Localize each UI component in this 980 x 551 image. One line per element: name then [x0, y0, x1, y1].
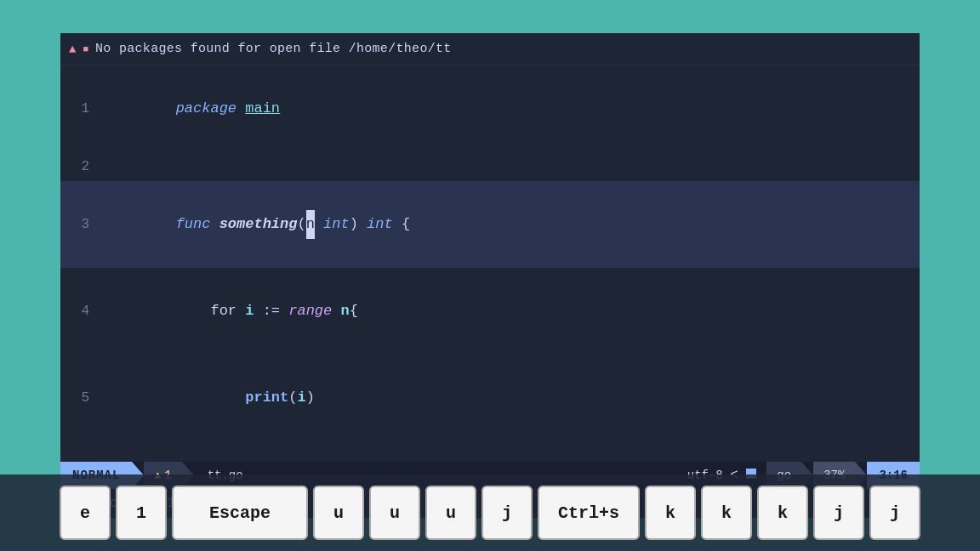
keyword-package: package	[176, 100, 246, 116]
keyword-main: main	[245, 100, 280, 116]
return-type: int	[367, 216, 393, 232]
key-escape[interactable]: Escape	[172, 486, 308, 540]
key-k-2[interactable]: k	[701, 486, 752, 540]
message-bar: ▲ ■ No packages found for open file /hom…	[60, 33, 920, 65]
key-u-3[interactable]: u	[425, 486, 476, 540]
assign: :=	[254, 303, 288, 319]
line-num-4: 4	[60, 297, 103, 326]
code-line-1: 1 package main	[60, 65, 920, 152]
line-num-1: 1	[60, 94, 103, 123]
code-line-4: 4 for i := range n{	[60, 268, 920, 355]
paren1: (	[288, 389, 297, 406]
keyword-func: func	[176, 216, 219, 232]
key-u-2[interactable]: u	[369, 486, 420, 540]
key-ctrl-s[interactable]: Ctrl+s	[538, 486, 640, 540]
space	[315, 216, 323, 232]
line-num-3: 3	[60, 210, 103, 239]
var-i2: i	[297, 389, 305, 406]
key-j-2[interactable]: j	[813, 486, 864, 540]
line-num-5: 5	[60, 383, 103, 412]
code-line-5: 5 print(i)	[60, 355, 920, 441]
paren-open: (	[297, 216, 305, 232]
var-n: n	[340, 303, 349, 319]
line-content-6: }	[103, 441, 920, 462]
code-line-2: 2	[60, 152, 920, 181]
param-type: int	[323, 216, 350, 232]
line-num-2: 2	[60, 152, 103, 181]
line-content-1: package main	[103, 65, 920, 152]
line-content-4: for i := range n{	[103, 268, 920, 355]
code-line-6: 6 }	[60, 441, 920, 462]
code-line-3: 3 func something(n int) int {	[60, 181, 920, 268]
editor-container: ▲ ■ No packages found for open file /hom…	[60, 33, 920, 518]
paren-close: )	[350, 216, 367, 232]
key-k-3[interactable]: k	[757, 486, 808, 540]
cursor: n	[306, 210, 315, 239]
paren2: )	[306, 389, 315, 406]
keyword-print: print	[245, 389, 288, 406]
indent: for	[176, 303, 246, 319]
keyword-range: range	[288, 303, 332, 319]
warning-triangle-icon: ▲	[69, 43, 76, 56]
brace: {	[350, 303, 358, 319]
keyword-something: something	[219, 216, 298, 232]
keyboard-row: e 1 Escape u u u j Ctrl+s k k k j j	[0, 474, 980, 551]
key-u-1[interactable]: u	[313, 486, 364, 540]
dot-icon: ■	[83, 44, 88, 54]
code-area: 1 package main 2 3 func something(n int)…	[60, 65, 920, 462]
space2	[332, 303, 340, 319]
key-1[interactable]: 1	[116, 486, 167, 540]
brace-open: {	[393, 216, 410, 232]
var-i: i	[245, 303, 254, 319]
message-text: No packages found for open file /home/th…	[95, 42, 452, 56]
line-content-5: print(i)	[103, 355, 920, 441]
key-e[interactable]: e	[60, 486, 111, 540]
key-j-3[interactable]: j	[869, 486, 920, 540]
key-j-1[interactable]: j	[481, 486, 533, 540]
indent2	[176, 389, 246, 406]
line-content-3: func something(n int) int {	[103, 181, 920, 268]
key-k-1[interactable]: k	[645, 486, 696, 540]
